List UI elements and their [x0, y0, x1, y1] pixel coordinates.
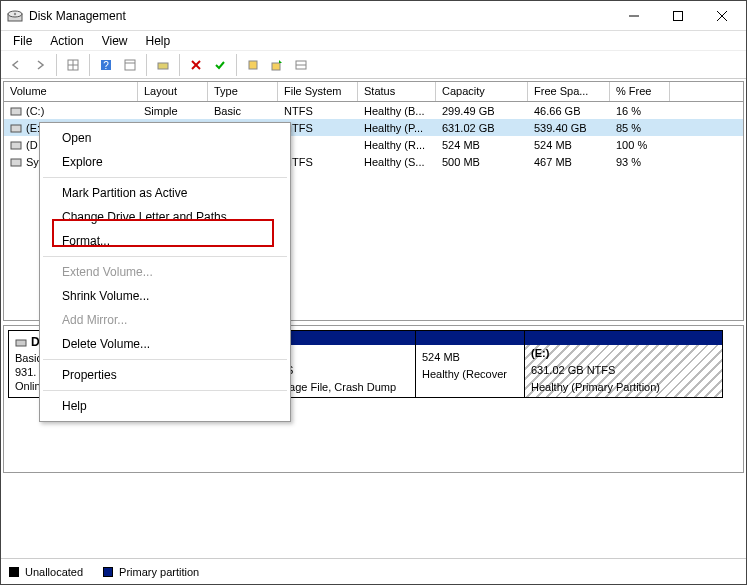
menu-help[interactable]: Help	[138, 32, 179, 50]
partition[interactable]: (E:)631.02 GB NTFSHealthy (Primary Parti…	[524, 330, 723, 398]
svg-rect-21	[11, 108, 21, 115]
delete-icon[interactable]	[185, 54, 207, 76]
launch-icon[interactable]	[266, 54, 288, 76]
menu-action[interactable]: Action	[42, 32, 91, 50]
svg-rect-22	[11, 125, 21, 132]
svg-rect-14	[158, 63, 168, 69]
ctx-explore[interactable]: Explore	[42, 150, 288, 174]
column-headers: Volume Layout Type File System Status Ca…	[4, 82, 743, 102]
col-filesystem[interactable]: File System	[278, 82, 358, 101]
settings-icon[interactable]	[119, 54, 141, 76]
app-icon	[7, 8, 23, 24]
svg-text:?: ?	[103, 60, 109, 71]
minimize-button[interactable]	[612, 2, 656, 30]
svg-point-2	[14, 12, 16, 14]
col-capacity[interactable]: Capacity	[436, 82, 528, 101]
ctx-delete[interactable]: Delete Volume...	[42, 332, 288, 356]
ctx-open[interactable]: Open	[42, 126, 288, 150]
legend-unallocated: Unallocated	[25, 566, 83, 578]
grid2-icon[interactable]	[290, 54, 312, 76]
action-icon[interactable]	[242, 54, 264, 76]
col-volume[interactable]: Volume	[4, 82, 138, 101]
legend-primary: Primary partition	[119, 566, 199, 578]
col-layout[interactable]: Layout	[138, 82, 208, 101]
close-button[interactable]	[700, 2, 744, 30]
ctx-format[interactable]: Format...	[42, 229, 288, 253]
back-icon[interactable]	[5, 54, 27, 76]
ctx-add-mirror: Add Mirror...	[42, 308, 288, 332]
disk-management-window: Disk Management File Action View Help ? …	[0, 0, 747, 585]
toolbar: ?	[1, 51, 746, 79]
menu-file[interactable]: File	[5, 32, 40, 50]
col-free-space[interactable]: Free Spa...	[528, 82, 610, 101]
show-hide-icon[interactable]	[152, 54, 174, 76]
svg-rect-4	[674, 11, 683, 20]
ctx-shrink[interactable]: Shrink Volume...	[42, 284, 288, 308]
disk-type: Basic	[15, 352, 42, 364]
svg-rect-23	[11, 142, 21, 149]
ctx-extend: Extend Volume...	[42, 260, 288, 284]
forward-icon[interactable]	[29, 54, 51, 76]
disk-size: 931.	[15, 366, 36, 378]
partition[interactable]: 524 MBHealthy (Recover	[415, 330, 525, 398]
check-icon[interactable]	[209, 54, 231, 76]
col-pct-free[interactable]: % Free	[610, 82, 670, 101]
col-status[interactable]: Status	[358, 82, 436, 101]
svg-rect-25	[16, 340, 26, 346]
ctx-change-letter[interactable]: Change Drive Letter and Paths...	[42, 205, 288, 229]
ctx-properties[interactable]: Properties	[42, 363, 288, 387]
title-bar: Disk Management	[1, 1, 746, 31]
swatch-primary	[103, 567, 113, 577]
menu-view[interactable]: View	[94, 32, 136, 50]
ctx-mark-active[interactable]: Mark Partition as Active	[42, 181, 288, 205]
svg-rect-12	[125, 60, 135, 70]
window-title: Disk Management	[29, 9, 612, 23]
svg-rect-24	[11, 159, 21, 166]
col-type[interactable]: Type	[208, 82, 278, 101]
menu-bar: File Action View Help	[1, 31, 746, 51]
maximize-button[interactable]	[656, 2, 700, 30]
table-row[interactable]: (C:)SimpleBasicNTFSHealthy (B...299.49 G…	[4, 102, 743, 119]
svg-rect-18	[272, 63, 280, 70]
legend: Unallocated Primary partition	[1, 558, 746, 584]
ctx-help[interactable]: Help	[42, 394, 288, 418]
help-icon[interactable]: ?	[95, 54, 117, 76]
view-grid-icon[interactable]	[62, 54, 84, 76]
swatch-unallocated	[9, 567, 19, 577]
context-menu: Open Explore Mark Partition as Active Ch…	[39, 122, 291, 422]
svg-rect-17	[249, 61, 257, 69]
